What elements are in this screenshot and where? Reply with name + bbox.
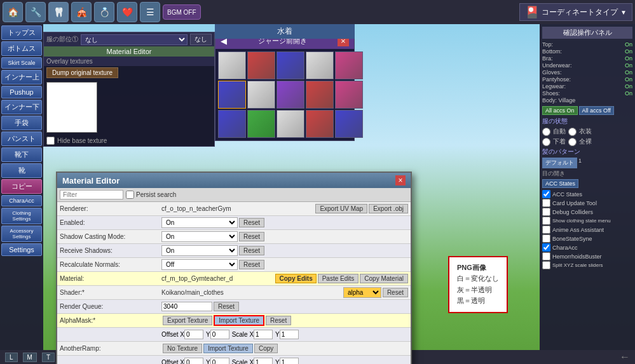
l-button[interactable]: L bbox=[5, 353, 18, 362]
me-close-button[interactable]: × bbox=[395, 175, 406, 185]
render-queue-reset-btn[interactable]: Reset bbox=[214, 302, 239, 311]
export-texture-btn[interactable]: Export Texture bbox=[163, 316, 212, 325]
me-filter-input[interactable] bbox=[60, 190, 123, 199]
anime-ass-checkbox[interactable] bbox=[542, 226, 550, 234]
sidebar-item-shoes[interactable]: 靴 bbox=[1, 163, 42, 178]
export-uv-button[interactable]: Export UV Map bbox=[315, 204, 367, 213]
another-ramp-import-btn[interactable]: Import Texture bbox=[203, 344, 253, 353]
scale-x-input[interactable] bbox=[254, 330, 273, 339]
sidebar-item-inner-bottom[interactable]: インナー下 bbox=[1, 100, 42, 114]
clothes-item[interactable] bbox=[306, 110, 334, 138]
part-btn[interactable]: なし bbox=[190, 34, 212, 45]
dump-original-texture-button[interactable]: Dump original texture bbox=[46, 67, 118, 78]
body-part-select[interactable]: なし bbox=[81, 34, 188, 45]
clothes-item[interactable] bbox=[335, 81, 363, 109]
sidebar-item-chara-acc[interactable]: CharaAcc bbox=[1, 195, 42, 206]
import-texture-btn[interactable]: Import Texture bbox=[214, 315, 264, 326]
render-queue-input[interactable] bbox=[161, 302, 212, 311]
clothing-state-checkbox[interactable] bbox=[542, 217, 550, 225]
hemorrhoids-checkbox[interactable] bbox=[542, 252, 550, 260]
full-radio[interactable] bbox=[568, 138, 577, 146]
split-xyz-checkbox[interactable] bbox=[542, 261, 550, 269]
card-update-checkbox[interactable] bbox=[542, 199, 550, 207]
all-accs-on-button[interactable]: All accs On bbox=[542, 106, 578, 115]
sidebar-item-settings[interactable]: Settings bbox=[1, 243, 42, 256]
alpha-reset-btn[interactable]: Reset bbox=[266, 316, 291, 325]
clothes-item[interactable] bbox=[247, 110, 275, 138]
heart-icon-btn[interactable]: ❤️ bbox=[117, 2, 137, 22]
clothes-item[interactable] bbox=[247, 81, 275, 109]
clothes-item[interactable] bbox=[277, 51, 304, 79]
receive-select[interactable]: On Off bbox=[161, 245, 238, 256]
bone-state-checkbox[interactable] bbox=[542, 234, 550, 243]
ar-offset-y-input[interactable] bbox=[210, 358, 229, 364]
shadow-select[interactable]: On Off bbox=[161, 231, 238, 242]
ar-scale-y-input[interactable] bbox=[280, 358, 299, 364]
debug-checkbox[interactable] bbox=[542, 208, 550, 216]
copy-edits-button[interactable]: Copy Edits bbox=[275, 274, 316, 283]
m-button[interactable]: M bbox=[23, 353, 37, 362]
sidebar-item-pushup[interactable]: Pushup bbox=[1, 86, 42, 98]
clothes-item[interactable] bbox=[277, 81, 304, 109]
hair-default-btn[interactable]: デフォルト bbox=[542, 158, 577, 168]
t-button[interactable]: T bbox=[42, 353, 55, 362]
clothes-item[interactable] bbox=[335, 110, 363, 138]
enabled-reset-btn[interactable]: Reset bbox=[239, 218, 264, 227]
teeth-icon-btn[interactable]: 🦷 bbox=[48, 2, 69, 22]
clothes-item[interactable] bbox=[247, 51, 275, 79]
auto-radio[interactable] bbox=[542, 128, 550, 136]
clothes-item[interactable] bbox=[306, 51, 334, 79]
sidebar-item-socks[interactable]: 靴下 bbox=[1, 147, 42, 162]
sidebar-item-inner-top[interactable]: インナー上 bbox=[1, 70, 42, 84]
clothes-item[interactable] bbox=[218, 51, 246, 79]
clothes-item[interactable] bbox=[335, 51, 363, 79]
ring-icon-btn[interactable]: 💍 bbox=[94, 2, 114, 22]
recalc-reset-btn[interactable]: Reset bbox=[239, 260, 264, 269]
scale-x-label: Scale X bbox=[232, 331, 254, 338]
ar-scale-x-input[interactable] bbox=[254, 358, 273, 364]
offset-x-input[interactable] bbox=[184, 330, 203, 339]
clothes-item[interactable] bbox=[306, 81, 334, 109]
export-obj-button[interactable]: Export .obj bbox=[369, 204, 408, 213]
bottom-status: Bottom:On bbox=[542, 48, 632, 55]
sidebar-item-pantyhose[interactable]: パンスト bbox=[1, 131, 42, 146]
shader-reset-btn[interactable]: Reset bbox=[383, 288, 408, 297]
hide-base-checkbox[interactable] bbox=[46, 137, 55, 145]
offset-y-input[interactable] bbox=[210, 330, 229, 339]
chara-acc-checkbox[interactable] bbox=[542, 243, 550, 252]
sidebar-item-accessory-settings[interactable]: Accessory Settings bbox=[1, 226, 42, 242]
home-icon-btn[interactable]: 🏠 bbox=[3, 2, 23, 22]
sidebar-item-skirt-scale[interactable]: Skirt Scale bbox=[1, 57, 42, 69]
copy-material-button[interactable]: Copy Material bbox=[360, 274, 408, 283]
sidebar-item-tops[interactable]: トップス bbox=[1, 25, 42, 40]
scale-y-input[interactable] bbox=[280, 330, 299, 339]
clothes-item[interactable] bbox=[277, 110, 304, 138]
persist-search-checkbox[interactable] bbox=[126, 191, 134, 199]
clothes-item[interactable] bbox=[218, 81, 246, 109]
acc-states-checkbox[interactable] bbox=[542, 190, 550, 198]
paste-edits-button[interactable]: Paste Edits bbox=[318, 274, 359, 283]
shader-variant-select[interactable]: alpha opaque bbox=[343, 287, 381, 298]
sidebar-item-clothing-settings[interactable]: Clothing Settings bbox=[1, 208, 42, 224]
receive-reset-btn[interactable]: Reset bbox=[239, 246, 264, 255]
water-tab[interactable]: 水着 bbox=[215, 24, 355, 39]
menu-icon-btn[interactable]: ☰ bbox=[140, 2, 160, 22]
all-accs-off-button[interactable]: All accs Off bbox=[579, 106, 614, 115]
sidebar-item-copy[interactable]: コピー bbox=[1, 179, 42, 194]
bottom-radio[interactable] bbox=[542, 138, 550, 146]
no-texture-btn[interactable]: No Texture bbox=[163, 344, 202, 353]
clothes-radio[interactable] bbox=[568, 128, 577, 136]
person-icon-btn[interactable]: 🔧 bbox=[25, 2, 46, 22]
clothes-item[interactable] bbox=[218, 110, 246, 138]
shadow-reset-btn[interactable]: Reset bbox=[239, 232, 264, 241]
recalc-select[interactable]: Off On bbox=[161, 259, 238, 270]
sidebar-item-gloves[interactable]: 手袋 bbox=[1, 116, 42, 130]
copy-label-btn[interactable]: Copy bbox=[254, 344, 278, 353]
hat-icon-btn[interactable]: 🎪 bbox=[71, 2, 92, 22]
ar-offset-x-input[interactable] bbox=[184, 358, 203, 364]
sidebar-item-bottoms[interactable]: ボトムス bbox=[1, 41, 42, 56]
bgm-button[interactable]: BGM OFF bbox=[163, 4, 201, 20]
enabled-select[interactable]: On Off bbox=[161, 217, 238, 228]
back-button[interactable]: ← bbox=[620, 351, 630, 363]
acc-states-btn[interactable]: ACC States bbox=[542, 179, 578, 188]
